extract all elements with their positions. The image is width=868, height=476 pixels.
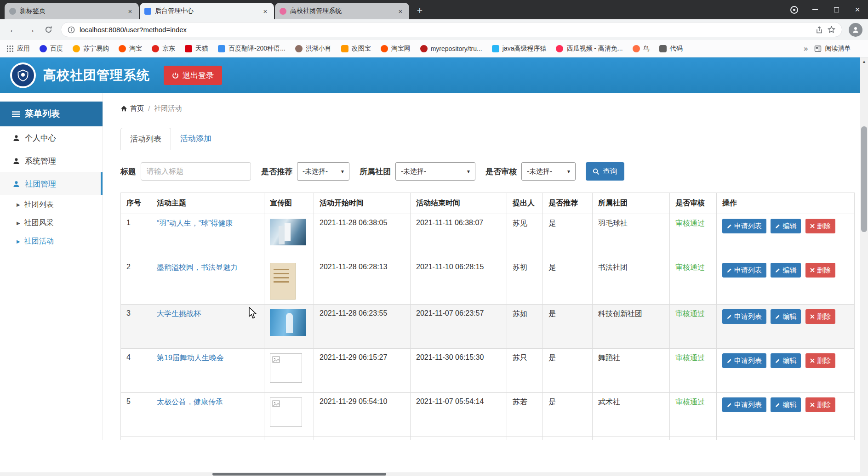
edit-button[interactable]: 编辑 (771, 309, 801, 324)
menu-list-icon (12, 110, 20, 118)
sidebar-item-system-management[interactable]: 系统管理 (0, 149, 103, 172)
col-start: 活动开始时间 (314, 193, 411, 214)
main-content: 首页 / 社团活动 活动列表 活动添加 标题 是否推荐 -未选择- ▼ 所属社团 (103, 93, 860, 440)
activity-thumbnail (270, 263, 296, 300)
logout-button[interactable]: 退出登录 (164, 66, 222, 85)
tab-activity-list[interactable]: 活动列表 (120, 128, 171, 150)
bookmark-favicon (341, 45, 348, 52)
apply-list-button[interactable]: 申请列表 (722, 397, 766, 412)
reading-list-icon (814, 45, 822, 52)
reading-list-button[interactable]: 阅读清单 (814, 45, 851, 53)
user-icon (13, 181, 20, 187)
bookmark-item[interactable]: 代码 (659, 45, 683, 53)
bookmark-item[interactable]: java高级程序猿 (492, 45, 547, 53)
tab-activity-add[interactable]: 活动添加 (171, 128, 221, 150)
tab-close-icon[interactable]: × (261, 7, 269, 15)
bookmark-item[interactable]: 淘宝 (119, 45, 142, 53)
horizontal-scrollbar[interactable] (0, 472, 860, 476)
sidebar-item-club-management[interactable]: 社团管理 (0, 172, 103, 195)
activity-title-link[interactable]: “羽”动人生，“球”得健康 (157, 219, 233, 227)
audit-status: 审核通过 (670, 305, 717, 349)
activity-title-link[interactable]: 大学生挑战杯 (157, 310, 201, 317)
bookmark-item[interactable]: 天猫 (185, 45, 208, 53)
tab-close-icon[interactable]: × (126, 7, 134, 15)
vertical-scrollbar-thumb[interactable] (861, 126, 867, 232)
vertical-scrollbar[interactable]: ▲ (860, 57, 868, 476)
chevron-down-icon: ▼ (466, 169, 471, 174)
audit-status: 审核通过 (670, 393, 717, 437)
club-filter-select[interactable]: -未选择- ▼ (395, 162, 475, 181)
address-bar[interactable]: localhost:8080/user?method=index (61, 22, 842, 37)
browser-tab-club-system[interactable]: 高校社团管理系统 × (275, 3, 409, 19)
bookmark-item[interactable]: 洪湖小肖 (295, 45, 331, 53)
recommend-filter-label: 是否推荐 (261, 166, 292, 177)
apply-list-button[interactable]: 申请列表 (722, 309, 766, 324)
minimize-button[interactable] (805, 0, 826, 19)
bookmark-label: java高级程序猿 (503, 45, 547, 53)
apply-list-button[interactable]: 申请列表 (722, 353, 766, 368)
close-button[interactable]: × (847, 0, 868, 19)
breadcrumb-home-link[interactable]: 首页 (120, 104, 144, 113)
refresh-icon[interactable] (40, 22, 56, 38)
bookmark-star-icon[interactable] (828, 26, 835, 34)
bookmark-item[interactable]: myrepository/tru... (420, 45, 482, 52)
activity-title-link[interactable]: 第19届舞动人生晚会 (157, 354, 224, 362)
maximize-button[interactable] (826, 0, 847, 19)
bookmark-item[interactable]: 西瓜视频 - 高清免... (556, 45, 622, 53)
tab-favicon (280, 8, 286, 15)
bookmark-item[interactable]: 淘宝网 (381, 45, 411, 53)
share-icon[interactable] (816, 26, 823, 34)
web-page: 高校社团管理系统 退出登录 菜单列表 个人中心 系统管理 (0, 57, 860, 476)
delete-button[interactable]: 删除 (805, 263, 835, 278)
delete-button[interactable]: 删除 (805, 397, 835, 412)
bookmarks-overflow-icon[interactable]: » (804, 44, 808, 53)
bookmark-favicon (381, 45, 388, 52)
profile-avatar[interactable] (849, 23, 862, 37)
content-tabs: 活动列表 活动添加 (120, 128, 853, 150)
edit-button[interactable]: 编辑 (771, 353, 801, 368)
scroll-up-icon[interactable]: ▲ (860, 57, 868, 65)
broken-image-icon (270, 397, 302, 427)
recommend-filter-select[interactable]: -未选择- ▼ (297, 162, 349, 181)
browser-tab-admin-center[interactable]: 后台管理中心 × (140, 3, 274, 19)
bookmark-item[interactable]: 改图宝 (341, 45, 371, 53)
media-controls-button[interactable] (783, 0, 805, 19)
audit-filter-select[interactable]: -未选择- ▼ (521, 162, 576, 181)
bookmark-item[interactable]: 百度翻译-200种语... (218, 45, 286, 53)
bookmark-label: 京东 (162, 45, 175, 53)
edit-button[interactable]: 编辑 (771, 263, 801, 278)
bookmark-item[interactable]: 鸟 (633, 45, 650, 53)
bookmark-label: 应用 (17, 45, 30, 53)
bookmark-item[interactable]: 百度 (40, 45, 63, 53)
delete-button[interactable]: 删除 (805, 219, 835, 233)
bookmark-label: 苏宁易购 (83, 45, 109, 53)
new-tab-button[interactable]: + (413, 4, 427, 17)
edit-button[interactable]: 编辑 (771, 219, 801, 233)
sidebar-item-personal-center[interactable]: 个人中心 (0, 126, 103, 149)
horizontal-scrollbar-thumb[interactable] (212, 473, 386, 476)
browser-tab-bar: 新标签页 × 后台管理中心 × 高校社团管理系统 × + × (0, 0, 868, 19)
bookmark-item[interactable]: 苏宁易购 (73, 45, 109, 53)
back-icon[interactable]: ← (6, 22, 21, 38)
apps-shortcut[interactable]: 应用 (6, 45, 30, 53)
forward-icon[interactable]: → (23, 22, 39, 38)
bookmark-favicon (420, 45, 428, 52)
bookmark-item[interactable]: 京东 (152, 45, 175, 53)
bookmark-favicon (295, 45, 303, 52)
delete-button[interactable]: 删除 (805, 309, 835, 324)
activity-title-link[interactable]: 墨韵溢校园，书法显魅力 (157, 263, 238, 271)
tab-title: 后台管理中心 (155, 7, 257, 15)
browser-tab-newtab[interactable]: 新标签页 × (5, 3, 139, 19)
site-info-icon[interactable] (68, 26, 75, 34)
title-filter-input[interactable] (141, 162, 251, 181)
sidebar-subitem-club-activities[interactable]: ▶ 社团活动 (0, 232, 103, 250)
activity-title-link[interactable]: 太极公益，健康传承 (157, 398, 223, 406)
tab-close-icon[interactable]: × (396, 7, 405, 15)
search-button[interactable]: 查询 (586, 162, 624, 181)
delete-button[interactable]: 删除 (805, 353, 835, 368)
sidebar-subitem-club-style[interactable]: ▶ 社团风采 (0, 214, 103, 232)
sidebar-subitem-club-list[interactable]: ▶ 社团列表 (0, 195, 103, 214)
apply-list-button[interactable]: 申请列表 (722, 219, 766, 233)
edit-button[interactable]: 编辑 (771, 397, 801, 412)
apply-list-button[interactable]: 申请列表 (722, 263, 766, 278)
